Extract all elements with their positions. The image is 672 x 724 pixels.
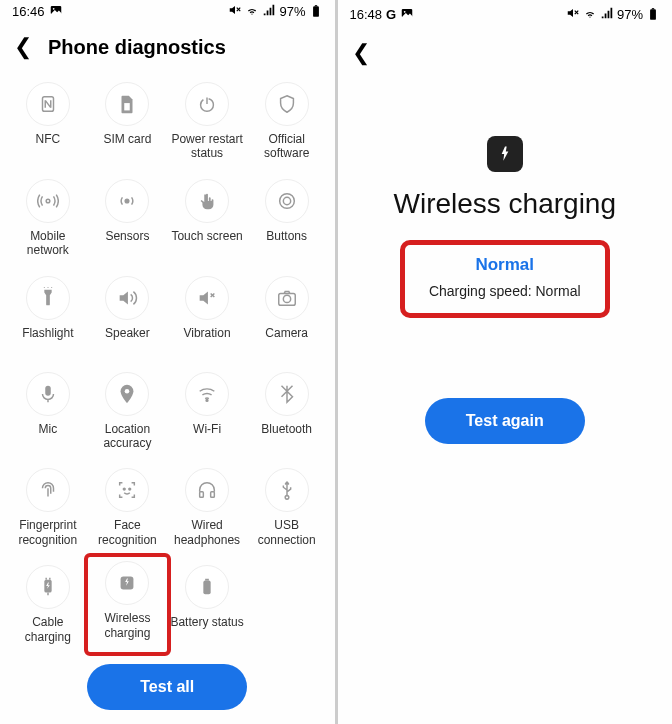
- battery-pct: 97%: [279, 4, 305, 19]
- svg-point-1: [52, 8, 54, 10]
- diag-label: SIM card: [103, 132, 151, 160]
- svg-rect-22: [200, 492, 204, 498]
- result-highlight-box: Normal Charging speed: Normal: [400, 240, 610, 318]
- diag-headphones[interactable]: Wired headphones: [167, 460, 247, 555]
- diag-touch[interactable]: Touch screen: [167, 171, 247, 266]
- svg-point-24: [285, 496, 289, 500]
- diag-wifi[interactable]: Wi-Fi: [167, 364, 247, 459]
- svg-rect-34: [652, 8, 654, 9]
- battery-icon: [646, 7, 660, 21]
- flashlight-icon: [26, 276, 70, 320]
- svg-point-16: [283, 295, 290, 302]
- cable-charge-icon: [26, 565, 70, 609]
- svg-point-21: [129, 489, 131, 491]
- svg-rect-5: [314, 5, 316, 6]
- diag-battery-status[interactable]: Battery status: [167, 557, 247, 652]
- diag-buttons[interactable]: Buttons: [247, 171, 327, 266]
- diag-label: Battery status: [170, 615, 243, 643]
- svg-point-19: [206, 399, 208, 401]
- status-time: 16:48: [350, 7, 383, 22]
- touch-icon: [185, 179, 229, 223]
- diag-camera[interactable]: Camera: [247, 268, 327, 362]
- bluetooth-icon: [265, 372, 309, 416]
- page-title: Phone diagnostics: [48, 36, 226, 59]
- back-icon[interactable]: ❮: [352, 40, 370, 66]
- diag-label: Bluetooth: [261, 422, 312, 450]
- diag-label: Flashlight: [22, 326, 73, 354]
- mute-icon: [566, 6, 580, 23]
- diag-mobile-network[interactable]: Mobile network: [8, 171, 88, 266]
- diag-label: Mobile network: [10, 229, 86, 258]
- signal-icon: [262, 3, 276, 20]
- wifi-icon: [185, 372, 229, 416]
- svg-point-30: [404, 10, 406, 12]
- wifi-icon: [245, 3, 259, 20]
- diag-label: Camera: [265, 326, 308, 354]
- svg-point-12: [283, 197, 290, 204]
- svg-rect-33: [650, 9, 656, 19]
- header: ❮: [338, 28, 673, 76]
- diagnostics-grid: NFC SIM card Power restart status Offici…: [0, 70, 335, 656]
- diag-mic[interactable]: Mic: [8, 364, 88, 459]
- diag-location[interactable]: Location accuracy: [88, 364, 168, 459]
- battery-icon: [309, 4, 323, 18]
- headphones-icon: [185, 468, 229, 512]
- statusbar: 16:46 97%: [0, 0, 335, 22]
- buttons-icon: [265, 179, 309, 223]
- diag-speaker[interactable]: Speaker: [88, 268, 168, 362]
- face-icon: [105, 468, 149, 512]
- test-again-button[interactable]: Test again: [425, 398, 585, 444]
- diag-vibration[interactable]: Vibration: [167, 268, 247, 362]
- diag-label: Location accuracy: [90, 422, 166, 451]
- diag-label: NFC: [35, 132, 60, 160]
- battery-icon: [185, 565, 229, 609]
- battery-pct: 97%: [617, 7, 643, 22]
- speaker-icon: [105, 276, 149, 320]
- diag-label: Touch screen: [171, 229, 242, 257]
- diag-sensors[interactable]: Sensors: [88, 171, 168, 266]
- diag-wireless-charging[interactable]: Wireless charging: [84, 553, 172, 656]
- diag-face[interactable]: Face recognition: [88, 460, 168, 555]
- svg-point-9: [46, 199, 50, 203]
- usb-icon: [265, 468, 309, 512]
- diag-label: Buttons: [266, 229, 307, 257]
- diag-label: Face recognition: [90, 518, 166, 547]
- wireless-charge-icon: [105, 561, 149, 605]
- svg-rect-23: [211, 492, 215, 498]
- svg-rect-28: [205, 579, 209, 581]
- diag-label: Official software: [249, 132, 325, 161]
- status-detail: Charging speed: Normal: [429, 283, 581, 299]
- statusbar: 16:48 G 97%: [338, 0, 673, 28]
- diag-power-restart[interactable]: Power restart status: [167, 74, 247, 169]
- nfc-icon: [26, 82, 70, 126]
- svg-point-11: [279, 194, 294, 209]
- sim-icon: [105, 82, 149, 126]
- diag-flashlight[interactable]: Flashlight: [8, 268, 88, 362]
- svg-rect-4: [313, 6, 319, 16]
- location-icon: [105, 372, 149, 416]
- diag-label: Power restart status: [169, 132, 245, 161]
- diag-official-software[interactable]: Official software: [247, 74, 327, 169]
- diag-nfc[interactable]: NFC: [8, 74, 88, 169]
- diag-label: Speaker: [105, 326, 150, 354]
- svg-point-20: [124, 489, 126, 491]
- diag-sim[interactable]: SIM card: [88, 74, 168, 169]
- wifi-icon: [583, 6, 597, 23]
- image-notif-icon: [400, 6, 414, 23]
- power-icon: [185, 82, 229, 126]
- bolt-icon: [487, 136, 523, 172]
- vibration-icon: [185, 276, 229, 320]
- diag-label: Sensors: [105, 229, 149, 257]
- test-all-button[interactable]: Test all: [87, 664, 247, 710]
- diag-label: Vibration: [183, 326, 230, 354]
- result-area: Wireless charging Normal Charging speed:…: [338, 76, 673, 390]
- diag-fingerprint[interactable]: Fingerprint recognition: [8, 460, 88, 555]
- back-icon[interactable]: ❮: [14, 34, 32, 60]
- diag-usb[interactable]: USB connection: [247, 460, 327, 555]
- signal-icon: [600, 6, 614, 23]
- mic-icon: [26, 372, 70, 416]
- diag-bluetooth[interactable]: Bluetooth: [247, 364, 327, 459]
- sensors-icon: [105, 179, 149, 223]
- fingerprint-icon: [26, 468, 70, 512]
- diag-cable-charging[interactable]: Cable charging: [8, 557, 88, 652]
